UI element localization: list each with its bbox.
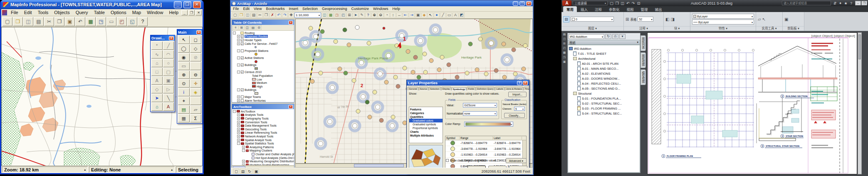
- viewport-control-icon[interactable]: [object Object]: [811, 34, 833, 38]
- value-dropdown[interactable]: GiZScore▾: [463, 103, 497, 108]
- sheet-label[interactable]: T-01 - TITLE SHEET: [578, 52, 606, 56]
- autocad-app-button[interactable]: A: [562, 0, 571, 6]
- toc-layer-row[interactable]: + Alarm Territories: [232, 99, 294, 102]
- arctoolbox-item[interactable]: + Linear Referencing Tools: [232, 131, 294, 135]
- toc-layer-row[interactable]: Total Population: [232, 74, 294, 78]
- layer-label[interactable]: High: [257, 85, 262, 88]
- expander-icon[interactable]: +: [242, 146, 245, 149]
- classes-dropdown[interactable]: 5▾: [514, 107, 525, 111]
- toolbar-icon[interactable]: ⊕: [371, 12, 377, 18]
- layer-label[interactable]: Calls For Service - Feb07: [245, 42, 277, 45]
- symbol-style-tool[interactable]: ➤: [151, 94, 163, 102]
- arctoolbox-item[interactable]: + Analysis Tools: [232, 113, 294, 117]
- panel-label[interactable]: 注释 ▾: [624, 26, 663, 31]
- sheet-row[interactable]: A-02 - ELEVATIONS: [568, 71, 640, 76]
- close-icon[interactable]: ✕: [289, 21, 293, 24]
- toolbar-icon[interactable]: ◫: [245, 12, 250, 18]
- layer-label[interactable]: Low: [257, 78, 262, 81]
- mapinfo-titlebar[interactable]: MapInfo Professional - [TOWN,STREET,WATE…: [1, 0, 203, 9]
- expander-icon[interactable]: +: [237, 124, 240, 127]
- redistrict-icon[interactable]: ◰: [117, 17, 127, 26]
- save-icon[interactable]: ◫: [23, 17, 33, 26]
- expander-icon[interactable]: +: [237, 113, 240, 116]
- maximize-button[interactable]: ❐: [183, 1, 191, 8]
- menu-item[interactable]: View: [252, 7, 264, 11]
- infocenter-icon[interactable]: ?: [848, 1, 854, 6]
- canvas-vscrollbar[interactable]: [858, 32, 862, 174]
- sheet-label[interactable]: A0-01 - ARCH SITE PLAN: [582, 62, 618, 66]
- drawing-canvas[interactable]: [object Object][object Object]: [647, 32, 857, 174]
- show-item[interactable]: Graduated symbols: [409, 122, 443, 126]
- palette-tab[interactable]: 图纸列表: [640, 35, 646, 51]
- zoom-out-tool[interactable]: ⊖: [190, 71, 202, 79]
- menu-item[interactable]: Help: [166, 10, 181, 15]
- toolbar-icon[interactable]: ◔: [384, 12, 390, 18]
- toolbar-icon[interactable]: ✂: [257, 12, 263, 18]
- toolbar-icon[interactable]: ◩: [459, 12, 465, 18]
- arctoolbox-item[interactable]: - ArcToolbox: [232, 110, 294, 113]
- spacer[interactable]: [190, 97, 202, 105]
- symbol-tool[interactable]: *: [151, 42, 163, 50]
- close-icon[interactable]: ✕: [523, 81, 528, 85]
- dialog-tab-joins-relates[interactable]: Joins & Relates: [505, 87, 523, 90]
- layer-control-tool[interactable]: ▤: [178, 105, 190, 114]
- help-search-input[interactable]: [782, 1, 831, 5]
- expander-icon[interactable]: +: [237, 121, 240, 124]
- autocad-titlebar[interactable]: A 三维建模▾ ▢❒◫↶↷⊡ AutoCAD 2011 S-03.dwg ⇵✦★…: [561, 0, 868, 6]
- toolbar-icon[interactable]: ➤: [353, 12, 359, 18]
- statistics-tool[interactable]: Σ: [190, 114, 202, 122]
- expander-icon[interactable]: -: [237, 49, 240, 52]
- layer-label[interactable]: Buildings: [245, 88, 256, 91]
- toc-layer-row[interactable]: [232, 60, 294, 64]
- sheet-label[interactable]: A-05 - SECTIONS AND D...: [582, 87, 620, 90]
- expander-icon[interactable]: +: [237, 139, 240, 142]
- arctoolbox-item[interactable]: Hot Spot Analysis (Getis-Ord Gi*): [232, 156, 294, 160]
- layer-label[interactable]: Proposed Routes: [245, 35, 268, 38]
- toolbox-label[interactable]: Cluster and Outlier Analysis (Anseli...: [255, 153, 294, 156]
- toolbox-label[interactable]: Conversion Tools: [245, 121, 267, 124]
- toolbar-icon[interactable]: ↔: [396, 12, 402, 18]
- toolbar-icon[interactable]: ▭: [446, 12, 452, 18]
- minimize-button[interactable]: _: [513, 1, 518, 6]
- toolbox-label[interactable]: Mapping Clusters: [250, 149, 272, 152]
- sheet-row[interactable]: IRD Addition: [568, 46, 640, 51]
- menu-item[interactable]: Tools: [35, 10, 52, 15]
- ssm-sheets-header[interactable]: 图纸 ▾: [568, 40, 640, 45]
- show-item[interactable]: Proportional symbols: [409, 126, 443, 130]
- toc-layer-row[interactable]: + House Types: [232, 38, 294, 42]
- new-mapper-icon[interactable]: ◳: [96, 17, 106, 26]
- show-item[interactable]: Graduated colors: [409, 119, 443, 122]
- classify-button[interactable]: Classify...: [504, 113, 525, 118]
- info-tool[interactable]: i: [178, 88, 190, 96]
- expander-icon[interactable]: +: [237, 117, 240, 120]
- toolbar-icon[interactable]: ▤: [251, 12, 257, 18]
- marquee-select-tool[interactable]: ◻: [190, 36, 202, 44]
- expander-icon[interactable]: -: [242, 149, 245, 152]
- col-symbol[interactable]: Symbol: [445, 137, 460, 139]
- normalization-dropdown[interactable]: none▾: [463, 111, 497, 116]
- drawing-toolbar-titlebar[interactable]: Drawi... ✕: [151, 35, 175, 41]
- menu-item[interactable]: Edit: [21, 10, 35, 15]
- toolbar-icon[interactable]: ▦: [328, 12, 334, 18]
- arctoolbox-item[interactable]: + Network Analyst Tools: [232, 134, 294, 138]
- expander-icon[interactable]: +: [237, 131, 240, 134]
- arctoolbox-item[interactable]: + Geocoding Tools: [232, 127, 294, 131]
- layer-checkbox[interactable]: [241, 88, 244, 91]
- toolbar-icon[interactable]: ↕: [390, 12, 396, 18]
- qat-icon[interactable]: ◫: [620, 1, 625, 6]
- arctoolbox-item[interactable]: + Spatial Analyst Tools: [232, 138, 294, 142]
- hotlink-tool[interactable]: ✦: [178, 97, 190, 105]
- sheet-row[interactable]: A-01 - MAIN AND SECO...: [568, 66, 640, 71]
- toolbox-label[interactable]: Spatial Analyst Tools: [245, 139, 272, 142]
- toolbar-icon[interactable]: ↷: [282, 12, 288, 18]
- toolbar-icon[interactable]: ✚: [288, 12, 294, 18]
- show-item[interactable]: Multiple Attributes: [409, 134, 443, 137]
- toc-layer-row[interactable]: [232, 53, 294, 56]
- toc-layer-row[interactable]: Medium: [232, 81, 294, 85]
- toc-layer-row[interactable]: [232, 92, 294, 95]
- layer-label[interactable]: Active Stations: [245, 56, 264, 59]
- toc-header[interactable]: Table Of Contents ✕: [232, 20, 294, 25]
- window-button[interactable]: ❐: [861, 1, 867, 5]
- polyline-tool[interactable]: ∿: [151, 50, 163, 59]
- dialog-tab-display[interactable]: Display: [441, 87, 451, 90]
